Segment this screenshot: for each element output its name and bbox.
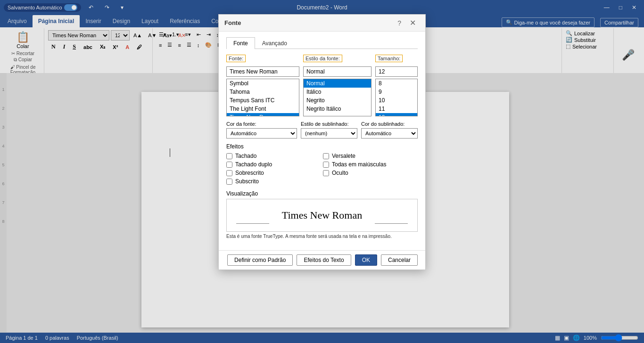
font-lists: Symbol Tahoma Tempus Sans ITC The Light … (226, 79, 418, 116)
effect-versalete[interactable]: Versalete (323, 153, 418, 159)
effect-maiusculas[interactable]: Todas em maiúsculas (323, 161, 418, 168)
effect-subscrito[interactable]: Subscrito (226, 178, 321, 185)
estilo-label: Estilo da fonte: (303, 55, 342, 62)
preview-note: Esta é uma fonte TrueType. A mesma fonte… (226, 234, 418, 239)
cor-sublinhado-label: Cor do sublinhado: (361, 121, 418, 127)
subscrito-label: Subscrito (235, 178, 259, 185)
maiusculas-checkbox[interactable] (323, 162, 329, 168)
dialog-tabs: Fonte Avançado (226, 37, 418, 49)
style-list-item-italico[interactable]: Itálico (304, 88, 371, 96)
effect-oculto[interactable]: Oculto (323, 170, 418, 176)
font-list-item[interactable]: Tempus Sans ITC (227, 96, 299, 105)
versalete-label: Versalete (332, 153, 355, 159)
font-size-list[interactable]: 8 9 10 11 12 (375, 79, 418, 116)
sobrescrito-label: Sobrescrito (235, 170, 264, 176)
cancelar-button[interactable]: Cancelar (381, 254, 418, 266)
effect-tachado[interactable]: Tachado (226, 153, 321, 159)
tachado-duplo-label: Tachado duplo (235, 161, 272, 168)
dialog-close-button[interactable]: ✕ (406, 17, 420, 28)
sobrescrito-checkbox[interactable] (226, 170, 232, 176)
font-list-item[interactable]: Tahoma (227, 88, 299, 96)
effects-grid: Tachado Versalete Tachado duplo Todas em… (226, 153, 418, 185)
effects-section: Efeitos Tachado Versalete Tachado duplo (226, 143, 418, 185)
preview-line-left (236, 223, 269, 224)
effects-title: Efeitos (226, 143, 418, 150)
fonte-label: Fonte: (226, 55, 246, 62)
size-list-item-10[interactable]: 10 (376, 96, 417, 105)
sublinhado-select[interactable]: (nenhum) (301, 128, 357, 139)
dialog-body: Fonte Avançado Fonte: Estilo da fonte: T… (219, 32, 425, 250)
cor-fonte-select[interactable]: Automático (226, 128, 297, 139)
ok-button[interactable]: OK (355, 254, 377, 266)
size-list-item-8[interactable]: 8 (376, 79, 417, 88)
effect-sobrescrito[interactable]: Sobrescrito (226, 170, 321, 176)
dialog-help-button[interactable]: ? (395, 17, 404, 28)
dialog-title: Fonte (224, 19, 241, 26)
size-list-item-9[interactable]: 9 (376, 88, 417, 96)
font-name-list[interactable]: Symbol Tahoma Tempus Sans ITC The Light … (226, 79, 299, 116)
font-list-item[interactable]: The Light Font (227, 105, 299, 113)
font-name-input[interactable] (226, 66, 299, 77)
cor-sublinhado-col: Cor do sublinhado: Automático (361, 121, 418, 139)
font-style-input[interactable] (303, 66, 372, 77)
font-list-item-selected[interactable]: Times New Roman (227, 113, 299, 116)
size-list-item-12[interactable]: 12 (376, 113, 417, 116)
font-style-list[interactable]: Normal Itálico Negrito Negrito Itálico (303, 79, 372, 116)
cor-fonte-col: Cor da fonte: Automático (226, 121, 297, 139)
sublinhado-col: Estilo de sublinhado: (nenhum) (301, 121, 357, 139)
font-dialog: Fonte ? ✕ Fonte Avançado Fonte: Estilo d… (218, 14, 426, 270)
preview-box: Times New Roman (226, 199, 418, 232)
effect-tachado-duplo[interactable]: Tachado duplo (226, 161, 321, 168)
tab-fonte[interactable]: Fonte (226, 37, 255, 49)
dialog-header: Fonte ? ✕ (219, 15, 425, 32)
versalete-checkbox[interactable] (323, 153, 329, 159)
font-size-input[interactable] (375, 66, 418, 77)
oculto-label: Oculto (332, 170, 348, 176)
tachado-duplo-checkbox[interactable] (226, 162, 232, 168)
font-inputs (226, 66, 418, 77)
style-list-item-negrito[interactable]: Negrito (304, 96, 371, 105)
sublinhado-label: Estilo de sublinhado: (301, 121, 357, 127)
style-list-item-normal[interactable]: Normal (304, 79, 371, 88)
subscrito-checkbox[interactable] (226, 179, 232, 185)
size-list-item-11[interactable]: 11 (376, 105, 417, 113)
cor-sublinhado-select[interactable]: Automático (361, 128, 418, 139)
oculto-checkbox[interactable] (323, 170, 329, 176)
font-fields-header: Fonte: Estilo da fonte: Tamanho: (226, 55, 418, 64)
tachado-label: Tachado (235, 153, 256, 159)
maiusculas-label: Todas em maiúsculas (332, 161, 386, 168)
tamanho-label-col: Tamanho: (375, 55, 418, 64)
estilo-label-col: Estilo da fonte: (303, 55, 372, 64)
style-list-item-negrito-italico[interactable]: Negrito Itálico (304, 105, 371, 113)
font-list-item[interactable]: Symbol (227, 79, 299, 88)
tab-avancado[interactable]: Avançado (255, 37, 294, 49)
fonte-label-col: Fonte: (226, 55, 299, 64)
definir-padrao-button[interactable]: Definir como Padrão (227, 254, 293, 266)
dialog-overlay: Fonte ? ✕ Fonte Avançado Fonte: Estilo d… (0, 0, 644, 343)
extra-fields: Cor da fonte: Automático Estilo de subli… (226, 121, 418, 139)
efeitos-texto-button[interactable]: Efeitos do Texto (297, 254, 351, 266)
tamanho-label: Tamanho: (375, 55, 403, 62)
dialog-header-controls: ? ✕ (395, 17, 420, 28)
preview-label: Visualização (226, 190, 418, 197)
dialog-footer: Definir como Padrão Efeitos do Texto OK … (219, 250, 425, 270)
preview-text: Times New Roman (282, 209, 362, 221)
tachado-checkbox[interactable] (226, 153, 232, 159)
cor-fonte-label: Cor da fonte: (226, 121, 297, 127)
preview-section: Visualização Times New Roman Esta é uma … (226, 190, 418, 239)
preview-line-right (375, 223, 408, 224)
